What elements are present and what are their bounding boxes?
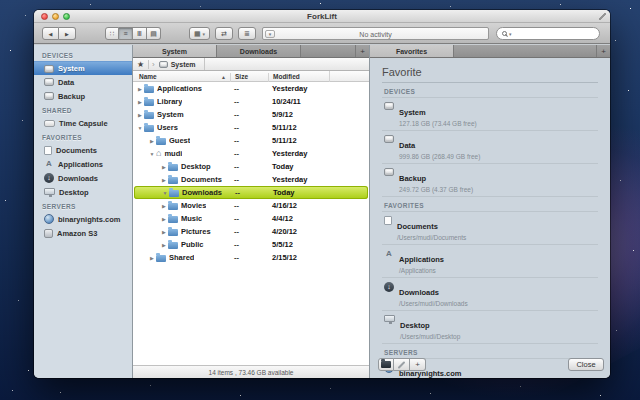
folder-icon — [169, 190, 179, 197]
table-row-pictures[interactable]: ▶Pictures--4/20/12 — [133, 225, 369, 238]
column-view-button[interactable]: Ⅲ — [133, 27, 147, 40]
item-detail: 999.86 GB (268.49 GB free) — [399, 153, 480, 161]
column-header-name[interactable]: Name — [139, 73, 157, 80]
sidebar-item-backup[interactable]: Backup — [34, 89, 132, 103]
sidebar-item-downloads[interactable]: Downloads — [34, 171, 132, 185]
table-row-music[interactable]: ▶Music--4/4/12 — [133, 212, 369, 225]
sort-button[interactable]: ≣ — [238, 27, 256, 40]
tab-downloads[interactable]: Downloads — [217, 45, 301, 57]
disk-icon — [44, 65, 54, 73]
favorites-panel: Favorites + Favorite DEVICES System127.1… — [370, 45, 610, 378]
toolbar: ◀ ▶ ∷ ≡ Ⅲ ▤ ▦▾ ⇄ ≣ ▾ No activity ▾ — [34, 23, 610, 44]
disclosure-triangle-icon[interactable]: ▶ — [148, 255, 156, 261]
list-item-data[interactable]: Data999.86 GB (268.49 GB free) — [382, 131, 598, 164]
disclosure-triangle-icon[interactable]: ▶ — [148, 138, 156, 144]
new-folder-button[interactable] — [378, 358, 394, 371]
close-button[interactable]: Close — [568, 358, 604, 371]
row-size: -- — [235, 188, 240, 197]
row-modified: Today — [272, 162, 294, 171]
list-item-downloads[interactable]: Downloads/Users/mudi/Downloads — [382, 278, 598, 311]
row-size: -- — [234, 110, 239, 119]
search-field[interactable]: ▾ — [496, 27, 600, 40]
add-panel-tab-button[interactable]: + — [596, 45, 610, 57]
disclosure-triangle-icon[interactable]: ▶ — [160, 177, 168, 183]
item-detail: /Users/mudi/Desktop — [400, 333, 460, 341]
forward-button[interactable]: ▶ — [59, 27, 76, 40]
favorite-star-button[interactable]: ★ — [133, 60, 149, 69]
table-row-documents[interactable]: ▶Documents--Yesterday — [133, 173, 369, 186]
title-bar[interactable]: ForkLift — [34, 10, 610, 23]
disclosure-triangle-icon[interactable]: ▶ — [160, 164, 168, 170]
sidebar-item-data[interactable]: Data — [34, 75, 132, 89]
back-button[interactable]: ◀ — [42, 27, 59, 40]
search-input[interactable] — [514, 30, 594, 37]
list-item-desktop[interactable]: Desktop/Users/mudi/Desktop — [382, 311, 598, 344]
disclosure-triangle-icon[interactable]: ▶ — [136, 86, 144, 92]
table-row-mudi[interactable]: ▼⌂mudi--Yesterday — [133, 147, 369, 160]
folder-icon — [168, 177, 178, 184]
sidebar-item-desktop[interactable]: Desktop — [34, 185, 132, 199]
disclosure-triangle-icon[interactable]: ▼ — [161, 190, 169, 196]
table-row-system[interactable]: ▶System--5/9/12 — [133, 108, 369, 121]
coverflow-view-button[interactable]: ▤ — [147, 27, 161, 40]
grid-icon: ▦ — [194, 30, 201, 38]
documents-icon — [44, 146, 52, 155]
disclosure-triangle-icon[interactable]: ▶ — [160, 242, 168, 248]
plus-icon: + — [415, 360, 420, 369]
edit-button[interactable] — [394, 358, 410, 371]
sidebar-item-binarynights[interactable]: binarynights.com — [34, 212, 132, 226]
list-view-button[interactable]: ≡ — [119, 27, 133, 40]
disclosure-triangle-icon[interactable]: ▶ — [136, 112, 144, 118]
sidebar: DEVICES System Data Backup SHARED Time C… — [34, 45, 133, 378]
table-row-downloads-selected[interactable]: ▼Downloads--Today — [134, 186, 368, 199]
table-row-public[interactable]: ▶Public--5/5/12 — [133, 238, 369, 251]
list-item-system[interactable]: System127.18 GB (73.44 GB free) — [382, 98, 598, 131]
icon-view-button[interactable]: ∷ — [105, 27, 119, 40]
sidebar-item-system[interactable]: System — [34, 61, 132, 75]
sync-button[interactable]: ⇄ — [215, 27, 233, 40]
breadcrumb[interactable]: System — [157, 58, 205, 70]
sidebar-item-time-capsule[interactable]: Time Capsule — [34, 116, 132, 130]
table-row-library[interactable]: ▶Library--10/24/11 — [133, 95, 369, 108]
sync-icon: ⇄ — [221, 30, 227, 38]
disclosure-triangle-icon[interactable]: ▶ — [160, 229, 168, 235]
item-name: Applications — [399, 255, 444, 264]
row-name: Music — [181, 214, 202, 223]
list-item-applications[interactable]: Applications/Applications — [382, 245, 598, 278]
table-row-applications[interactable]: ▶Applications--Yesterday — [133, 82, 369, 95]
close-button-label: Close — [576, 360, 595, 369]
table-row-guest[interactable]: ▶Guest--5/11/12 — [133, 134, 369, 147]
resize-icon[interactable] — [599, 13, 606, 20]
window-content: DEVICES System Data Backup SHARED Time C… — [34, 45, 610, 378]
table-row-users[interactable]: ▼Users--5/11/12 — [133, 121, 369, 134]
list-item-backup[interactable]: Backup249.72 GB (4.37 GB free) — [382, 164, 598, 197]
table-row-desktop[interactable]: ▶Desktop--Today — [133, 160, 369, 173]
arrange-dropdown-button[interactable]: ▦▾ — [189, 27, 210, 40]
tab-system[interactable]: System — [133, 45, 217, 57]
disclosure-triangle-icon[interactable]: ▶ — [136, 99, 144, 105]
row-modified: 10/24/11 — [272, 97, 301, 106]
sidebar-item-applications[interactable]: Applications — [34, 157, 132, 171]
tab-favorites[interactable]: Favorites — [370, 45, 454, 57]
disclosure-triangle-icon[interactable]: ▼ — [148, 151, 156, 157]
row-modified: 5/11/12 — [272, 136, 297, 145]
list-item-documents[interactable]: Documents/Users/mudi/Documents — [382, 212, 598, 245]
sort-lines-icon: ≣ — [244, 30, 250, 38]
sort-ascending-icon: ▲ — [221, 74, 226, 80]
add-tab-button[interactable]: + — [355, 45, 369, 57]
panel-section-devices: DEVICES — [382, 83, 598, 98]
add-favorite-button[interactable]: + — [410, 358, 426, 371]
table-row-shared[interactable]: ▶Shared--2/15/12 — [133, 251, 369, 264]
disclosure-triangle-icon[interactable]: ▶ — [160, 203, 168, 209]
list-view-icon: ≡ — [123, 30, 127, 37]
disclosure-triangle-icon[interactable]: ▼ — [136, 125, 144, 131]
sidebar-item-documents[interactable]: Documents — [34, 143, 132, 157]
row-name: Movies — [181, 201, 206, 210]
table-row-movies[interactable]: ▶Movies--4/16/12 — [133, 199, 369, 212]
column-headers: Name ▲ Size Modified — [133, 71, 369, 82]
column-header-modified[interactable]: Modified — [268, 73, 300, 82]
sidebar-item-amazon-s3[interactable]: Amazon S3 — [34, 226, 132, 240]
disclosure-triangle-icon[interactable]: ▶ — [160, 216, 168, 222]
folder-icon — [168, 203, 178, 210]
column-header-size[interactable]: Size — [230, 73, 248, 82]
